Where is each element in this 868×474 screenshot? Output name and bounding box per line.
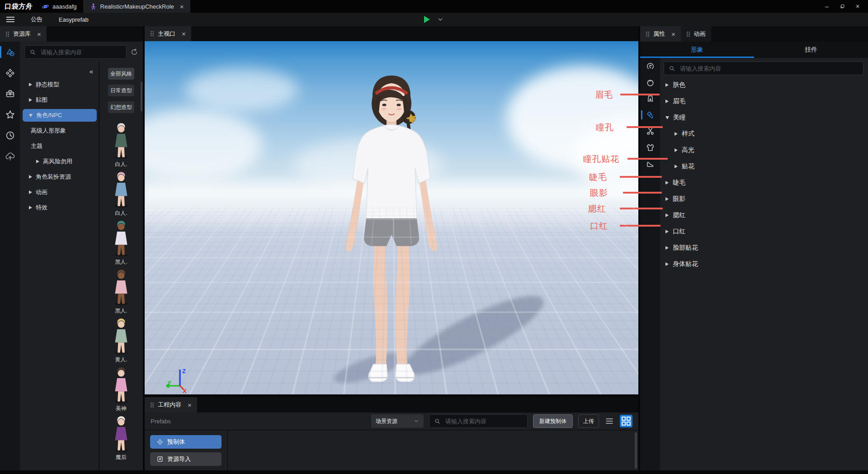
library-tree-item[interactable]: 贴图 <box>20 92 99 108</box>
property-tree-item[interactable]: 贴花 <box>660 158 868 175</box>
menu-item-easyprefab[interactable]: Easyprefab <box>51 16 97 23</box>
shoe-icon[interactable] <box>640 156 660 172</box>
property-tree-item[interactable]: 高光 <box>660 142 868 158</box>
upload-button[interactable]: 上传 <box>578 414 599 428</box>
expand-arrow-icon[interactable] <box>29 190 32 194</box>
makeup-icon[interactable] <box>640 107 660 123</box>
tab-main-viewport[interactable]: 主视口 × <box>145 26 191 41</box>
library-tree-item[interactable]: 特效 <box>20 200 99 215</box>
expand-arrow-icon[interactable] <box>36 160 39 163</box>
scrollbar[interactable] <box>141 81 142 111</box>
library-tree-item[interactable]: 主题 <box>20 138 99 154</box>
play-button[interactable] <box>424 16 430 23</box>
filter-button[interactable]: 全部风格 <box>108 68 134 80</box>
scrollbar[interactable] <box>635 432 637 469</box>
import-assets-button[interactable]: 资源导入 <box>150 452 222 466</box>
property-tree-item[interactable]: 美瞳 <box>660 109 868 126</box>
expand-arrow-icon[interactable] <box>665 262 669 266</box>
expand-arrow-icon[interactable] <box>675 148 678 152</box>
search-input[interactable] <box>444 417 523 425</box>
search-input[interactable] <box>679 65 859 72</box>
window-tab-project[interactable]: aaasdafg <box>35 0 83 13</box>
asset-thumbnail[interactable]: 白人. <box>109 171 133 220</box>
expand-arrow-icon[interactable] <box>29 175 32 179</box>
asset-thumbnail[interactable]: 黑人. <box>109 269 133 318</box>
expand-arrow-icon[interactable] <box>29 206 32 209</box>
property-tree-item[interactable]: 口红 <box>660 223 868 240</box>
expand-arrow-icon[interactable] <box>665 100 669 103</box>
tab-properties[interactable]: 属性 × <box>640 26 681 42</box>
library-tree-item[interactable]: 角色装扮资源 <box>20 169 99 185</box>
prefab-button[interactable]: 预制体 <box>150 435 222 449</box>
library-tree-item[interactable]: 高风险勿用 <box>20 154 99 169</box>
asset-thumbnail[interactable]: 魔后 <box>109 416 133 465</box>
list-view-icon[interactable] <box>604 416 614 426</box>
nav-star-icon[interactable] <box>0 104 20 125</box>
collapse-button[interactable]: « <box>90 67 93 75</box>
menu-item-announcement[interactable]: 公告 <box>23 15 51 24</box>
scope-dropdown[interactable]: 场景资源 <box>371 414 424 428</box>
library-tree-item[interactable]: 动画 <box>20 185 99 200</box>
nav-history-icon[interactable] <box>0 125 20 146</box>
close-icon[interactable]: × <box>37 31 41 38</box>
tab-library[interactable]: 资源库 × <box>0 26 47 42</box>
property-tree-item[interactable]: 眼影 <box>660 191 868 207</box>
expand-arrow-icon[interactable] <box>665 230 669 233</box>
nav-cloud-upload-icon[interactable] <box>0 146 20 166</box>
library-search[interactable] <box>24 45 127 59</box>
hamburger-icon[interactable] <box>6 17 14 22</box>
window-tab-role[interactable]: RealisticrMakeupCheckRole × <box>83 0 190 13</box>
restore-button[interactable] <box>836 2 848 11</box>
new-prefab-button[interactable]: 新建预制体 <box>533 414 573 428</box>
minimize-button[interactable]: – <box>821 2 833 11</box>
project-search[interactable] <box>429 414 528 428</box>
close-icon[interactable]: × <box>671 31 675 38</box>
property-tree-item[interactable]: 脸部贴花 <box>660 240 868 256</box>
refresh-icon[interactable] <box>130 48 138 56</box>
grid-view-icon[interactable] <box>620 415 632 427</box>
expand-arrow-icon[interactable] <box>29 83 32 86</box>
library-tree-item[interactable]: 高级人形形象 <box>20 123 99 138</box>
asset-thumbnail[interactable]: 黄人. <box>109 318 133 367</box>
project-content[interactable] <box>228 431 638 470</box>
face-icon[interactable] <box>640 74 660 90</box>
pants-icon[interactable] <box>640 90 660 107</box>
expand-arrow-icon[interactable] <box>665 181 669 185</box>
expand-arrow-icon[interactable] <box>675 165 678 168</box>
filter-button[interactable]: 幻想造型 <box>108 101 134 113</box>
hair-icon[interactable] <box>640 58 660 74</box>
property-tree-item[interactable]: 身体贴花 <box>660 256 868 272</box>
property-tree-item[interactable]: 肤色 <box>660 77 868 93</box>
expand-arrow-icon[interactable] <box>675 132 678 136</box>
chevron-down-icon[interactable] <box>437 16 443 23</box>
property-tree-item[interactable]: 眉毛 <box>660 93 868 109</box>
asset-thumbnail[interactable]: 白人. <box>109 123 133 171</box>
property-tree-item[interactable]: 样式 <box>660 126 868 142</box>
expand-arrow-icon[interactable] <box>665 246 669 250</box>
library-tree-item[interactable]: 角色/NPC <box>20 108 99 123</box>
asset-thumbnail[interactable]: 黑人. <box>109 220 133 269</box>
library-tree-item[interactable]: 静态模型 <box>20 77 99 92</box>
subtab-appearance[interactable]: 形象 <box>640 42 754 58</box>
expand-arrow-icon[interactable] <box>29 98 32 102</box>
expand-arrow-icon[interactable] <box>665 213 669 217</box>
character-model[interactable] <box>319 66 464 385</box>
close-button[interactable]: × <box>852 2 863 11</box>
collapse-arrow-icon[interactable] <box>665 116 669 119</box>
close-icon[interactable]: × <box>182 30 186 37</box>
close-icon[interactable]: × <box>188 402 192 408</box>
nav-toolbox-icon[interactable] <box>0 83 20 104</box>
property-tree-item[interactable]: 睫毛 <box>660 175 868 191</box>
tab-animation[interactable]: 动画 <box>681 26 711 42</box>
expand-arrow-icon[interactable] <box>665 197 669 201</box>
property-tree-item[interactable]: 腮红 <box>660 207 868 223</box>
scissors-icon[interactable] <box>640 123 660 139</box>
collapse-arrow-icon[interactable] <box>29 114 33 117</box>
viewport-3d[interactable]: Y Z X <box>145 41 638 394</box>
expand-arrow-icon[interactable] <box>665 83 669 87</box>
filter-button[interactable]: 日常造型 <box>108 85 134 96</box>
properties-search[interactable] <box>664 62 863 75</box>
search-input[interactable] <box>40 48 122 56</box>
shirt-icon[interactable] <box>640 139 660 156</box>
tab-project-content[interactable]: 工程内容 × <box>145 397 197 412</box>
